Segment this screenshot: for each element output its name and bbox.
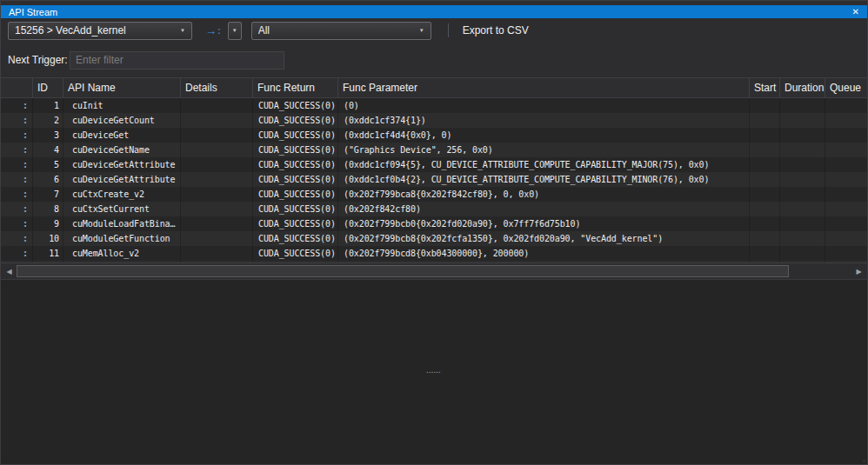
table-row[interactable]: :5cuDeviceGetAttributeCUDA_SUCCESS(0)(0x…	[1, 157, 867, 172]
cell-param: (0)	[338, 98, 750, 113]
colon-marker-icon: :	[1, 231, 33, 246]
column-header-duration[interactable]: Duration	[780, 78, 825, 97]
toolbar-separator	[448, 23, 449, 37]
colon-marker-icon: :	[1, 128, 33, 143]
cell-start	[750, 246, 780, 261]
colon-marker-icon: :	[1, 172, 33, 187]
toolbar: 15256 > VecAdd_kernel ▼ → : ▼ All ▼ Expo…	[1, 18, 867, 43]
chevron-down-icon: ▼	[180, 28, 185, 33]
cell-duration	[780, 128, 825, 143]
table-row[interactable]: :8cuCtxSetCurrentCUDA_SUCCESS(0)(0x202f8…	[1, 202, 867, 216]
cell-queue	[825, 172, 867, 187]
next-trigger-label: Next Trigger:	[8, 54, 70, 66]
colon-marker-icon: :	[1, 187, 33, 202]
cell-details	[181, 157, 253, 172]
cell-ret: CUDA_SUCCESS(0)	[253, 98, 338, 113]
cell-queue	[825, 246, 867, 261]
cell-param: (0x202f799bcb8{0x202fcfa1350}, 0x202fd02…	[338, 231, 750, 246]
cell-api: cuDeviceGet	[63, 128, 181, 143]
column-header-details[interactable]: Details	[181, 78, 253, 97]
cell-details	[181, 172, 253, 187]
cell-param: (0xddc1cf4d4{0x0}, 0)	[338, 128, 750, 143]
cell-duration	[780, 143, 825, 157]
cell-param: (0x202f799bcd8{0xb04300000}, 200000)	[338, 246, 750, 261]
cell-api: cuModuleLoadFatBina…	[63, 216, 181, 231]
close-icon[interactable]: ✕	[852, 8, 859, 17]
cell-id: 4	[33, 143, 63, 157]
cell-api: cuMemAlloc_v2	[63, 246, 181, 261]
colon-marker-icon: :	[1, 157, 33, 172]
cell-queue	[825, 202, 867, 216]
column-header-id[interactable]: ID	[33, 78, 63, 97]
table-row[interactable]: :10cuModuleGetFunctionCUDA_SUCCESS(0)(0x…	[1, 231, 867, 246]
colon-marker-icon: :	[1, 143, 33, 157]
column-header-func-return[interactable]: Func Return	[253, 78, 338, 97]
cell-start	[750, 187, 780, 202]
cell-api: cuInit	[63, 98, 181, 113]
cell-param: (0xddc1cf094{5}, CU_DEVICE_ATTRIBUTE_COM…	[338, 157, 750, 172]
table-row[interactable]: :4cuDeviceGetNameCUDA_SUCCESS(0)("Graphi…	[1, 143, 867, 157]
cell-queue	[825, 98, 867, 113]
cell-id: 8	[33, 202, 63, 216]
cell-id: 5	[33, 157, 63, 172]
table-row[interactable]: :9cuModuleLoadFatBina…CUDA_SUCCESS(0)(0x…	[1, 216, 867, 231]
cell-start	[750, 216, 780, 231]
cell-details	[181, 246, 253, 261]
window-title: API Stream	[9, 7, 852, 17]
process-selector-dropdown[interactable]: 15256 > VecAdd_kernel ▼	[8, 22, 192, 40]
cell-queue	[825, 231, 867, 246]
step-dots-icon: :	[217, 25, 221, 36]
cell-queue	[825, 216, 867, 231]
column-header-queue[interactable]: Queue	[825, 78, 867, 97]
cell-id: 9	[33, 216, 63, 231]
cell-duration	[780, 202, 825, 216]
table-row[interactable]: :3cuDeviceGetCUDA_SUCCESS(0)(0xddc1cf4d4…	[1, 128, 867, 143]
cell-duration	[780, 231, 825, 246]
step-options-dropdown[interactable]: ▼	[228, 22, 242, 40]
cell-id: 1	[33, 98, 63, 113]
chevron-down-icon: ▼	[419, 28, 424, 33]
column-header-func-parameter[interactable]: Func Parameter	[338, 78, 750, 97]
scrollbar-track[interactable]	[17, 265, 851, 277]
cell-start	[750, 202, 780, 216]
scroll-left-icon[interactable]: ◀	[3, 265, 15, 277]
table-row[interactable]: :7cuCtxCreate_v2CUDA_SUCCESS(0)(0x202f79…	[1, 187, 867, 202]
export-csv-button[interactable]: Export to CSV	[457, 22, 534, 39]
cell-ret: CUDA_SUCCESS(0)	[253, 113, 338, 128]
colon-marker-icon: :	[1, 98, 33, 113]
cell-duration	[780, 157, 825, 172]
api-stream-table: IDAPI NameDetailsFunc ReturnFunc Paramet…	[1, 77, 867, 262]
scroll-right-icon[interactable]: ▶	[853, 265, 865, 277]
column-header-api-name[interactable]: API Name	[63, 78, 181, 97]
table-body: :1cuInitCUDA_SUCCESS(0)(0):2cuDeviceGetC…	[1, 98, 867, 262]
cell-param: (0x202f799bca8{0x202f842cf80}, 0, 0x0)	[338, 187, 750, 202]
cell-ret: CUDA_SUCCESS(0)	[253, 202, 338, 216]
column-header-start[interactable]: Start	[750, 78, 780, 97]
cell-api: cuDeviceGetCount	[63, 113, 181, 128]
api-stream-window: API Stream ✕ 15256 > VecAdd_kernel ▼ → :…	[0, 0, 868, 465]
titlebar: API Stream ✕	[1, 5, 867, 18]
cell-start	[750, 143, 780, 157]
cell-duration	[780, 187, 825, 202]
column-header-marker[interactable]	[1, 78, 33, 97]
cell-duration	[780, 216, 825, 231]
trigger-filter-input[interactable]	[70, 51, 284, 70]
cell-api: cuDeviceGetName	[63, 143, 181, 157]
splitter-grip-icon[interactable]: ▪▪▪▪▪▪	[427, 370, 442, 375]
api-filter-dropdown[interactable]: All ▼	[251, 22, 431, 40]
cell-start	[750, 172, 780, 187]
cell-api: cuCtxCreate_v2	[63, 187, 181, 202]
cell-duration	[780, 113, 825, 128]
table-row[interactable]: :6cuDeviceGetAttributeCUDA_SUCCESS(0)(0x…	[1, 172, 867, 187]
resize-grip-icon[interactable]: ⁘	[862, 460, 866, 462]
scrollbar-thumb[interactable]	[17, 265, 789, 277]
table-row[interactable]: :1cuInitCUDA_SUCCESS(0)(0)	[1, 98, 867, 113]
table-row[interactable]: :2cuDeviceGetCountCUDA_SUCCESS(0)(0xddc1…	[1, 113, 867, 128]
cell-start	[750, 98, 780, 113]
cell-api: cuDeviceGetAttribute	[63, 172, 181, 187]
cell-ret: CUDA_SUCCESS(0)	[253, 157, 338, 172]
colon-marker-icon: :	[1, 202, 33, 216]
table-row[interactable]: :11cuMemAlloc_v2CUDA_SUCCESS(0)(0x202f79…	[1, 246, 867, 261]
cell-ret: CUDA_SUCCESS(0)	[253, 143, 338, 157]
step-to-api-button[interactable]: → :	[205, 24, 221, 37]
